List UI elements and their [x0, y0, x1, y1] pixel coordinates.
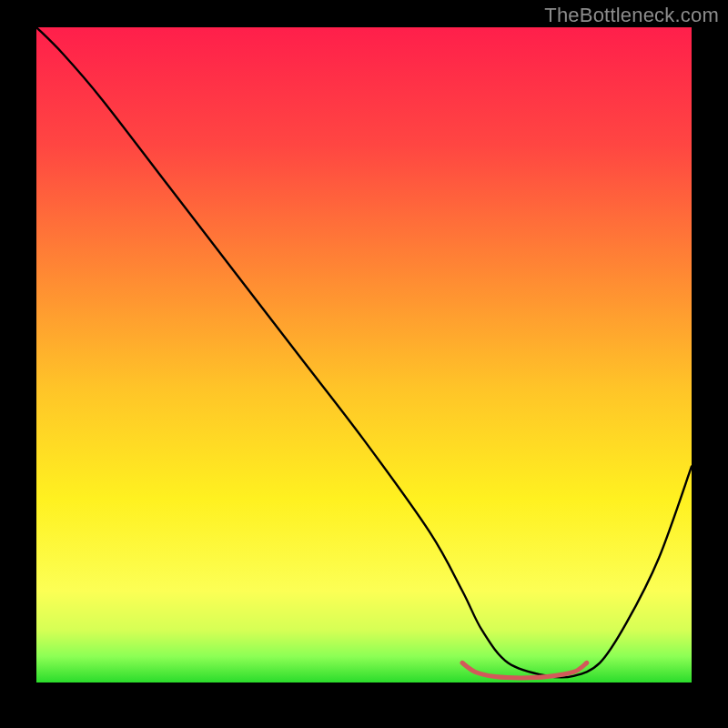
chart-frame: TheBottleneck.com	[0, 0, 728, 728]
chart-svg	[36, 27, 692, 682]
watermark-text: TheBottleneck.com	[544, 4, 719, 27]
gradient-background	[36, 27, 692, 682]
plot-area	[36, 27, 692, 682]
